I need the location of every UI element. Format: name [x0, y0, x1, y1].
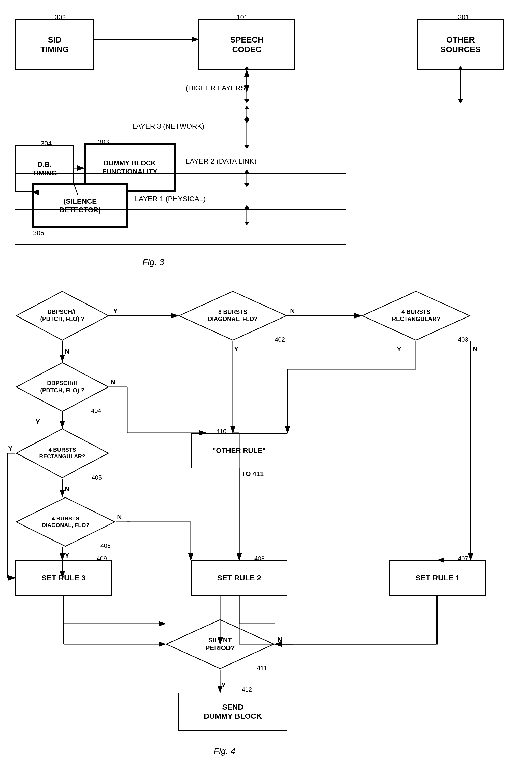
- send-dummy-box: SEND DUMMY BLOCK: [178, 693, 287, 731]
- svg-text:N: N: [473, 345, 478, 353]
- svg-text:N: N: [65, 348, 70, 355]
- fig3-caption: Fig. 3: [142, 257, 164, 267]
- svg-text:N: N: [277, 636, 282, 643]
- sid-timing-box: SID TIMING: [15, 19, 94, 70]
- bottom-line: [15, 244, 346, 245]
- speech-codec-box: SPEECH CODEC: [198, 19, 295, 70]
- set-rule2-box: SET RULE 2: [191, 560, 287, 596]
- other-sources-box: OTHER SOURCES: [417, 19, 504, 70]
- dbpsch-f-diamond: DBPSCH/F(PDTCH, FLO) ?: [15, 290, 109, 341]
- svg-text:Y: Y: [8, 445, 12, 452]
- svg-text:Y: Y: [234, 345, 238, 353]
- bursts-4-rect-left-diamond: 4 BURSTSRECTANGULAR?: [15, 428, 109, 479]
- ref-410: 410: [216, 428, 226, 435]
- svg-text:TO 411: TO 411: [242, 470, 264, 478]
- bursts-4-diag-diamond: 4 BURSTSDIAGONAL, FLO?: [15, 497, 116, 547]
- ref-403: 403: [458, 336, 468, 343]
- layer3-line: [15, 120, 346, 120]
- ref-305: 305: [33, 229, 44, 237]
- ref-303: 303: [98, 138, 109, 146]
- svg-text:Y: Y: [113, 307, 118, 315]
- svg-marker-26: [244, 183, 249, 187]
- svg-marker-22: [244, 116, 249, 120]
- ref-412: 412: [242, 686, 252, 693]
- set-rule1-box: SET RULE 1: [389, 560, 486, 596]
- svg-marker-14: [244, 99, 249, 103]
- ref-302: 302: [55, 13, 66, 21]
- dbpsch-h-diamond: DBPSCH/H(PDTCH, FLO) ?: [15, 361, 109, 413]
- svg-text:Y: Y: [397, 345, 401, 353]
- ref-304: 304: [41, 139, 52, 147]
- bursts-4-rect-top-diamond: 4 BURSTSRECTANGULAR?: [361, 290, 471, 341]
- ref-404: 404: [91, 408, 101, 415]
- other-rule-box: "OTHER RULE": [191, 433, 287, 469]
- svg-marker-17: [458, 99, 463, 103]
- silence-detector-box: (SILENCE DETECTOR): [32, 183, 128, 228]
- higher-layers-label: (HIGHER LAYERS): [186, 84, 248, 92]
- svg-text:Y: Y: [65, 552, 69, 559]
- layer2-label: LAYER 2 (DATA LINK): [186, 157, 257, 165]
- silent-period-diamond: SILENTPERIOD?: [165, 619, 275, 670]
- layer1-label: LAYER 1 (PHYSICAL): [135, 195, 206, 203]
- ref-402: 402: [275, 336, 285, 343]
- set-rule3-box: SET RULE 3: [15, 560, 112, 596]
- svg-marker-19: [244, 106, 249, 109]
- bursts-8-diag-diamond: 8 BURSTSDIAGONAL, FLO?: [178, 290, 287, 341]
- svg-marker-25: [244, 169, 249, 173]
- svg-marker-23: [244, 145, 249, 149]
- ref-411: 411: [257, 665, 267, 672]
- ref-406: 406: [100, 542, 111, 550]
- svg-text:Y: Y: [221, 681, 226, 689]
- ref-409: 409: [97, 555, 107, 562]
- layer1-line: [15, 209, 346, 209]
- svg-text:N: N: [117, 513, 122, 521]
- ref-405: 405: [92, 474, 102, 481]
- fig4-caption: Fig. 4: [214, 746, 235, 756]
- svg-marker-28: [244, 205, 249, 209]
- layer2-line: [15, 173, 346, 174]
- svg-text:N: N: [65, 485, 70, 493]
- ref-301: 301: [458, 13, 469, 21]
- svg-marker-29: [244, 221, 249, 225]
- layer3-label: LAYER 3 (NETWORK): [132, 122, 204, 130]
- ref-407: 407: [458, 555, 468, 562]
- ref-408: 408: [254, 555, 265, 562]
- diagram-container: SID TIMING 302 SPEECH CODEC 101 OTHER SO…: [0, 0, 532, 775]
- svg-text:N: N: [290, 307, 295, 315]
- svg-text:N: N: [111, 378, 116, 386]
- svg-text:Y: Y: [36, 418, 40, 426]
- ref-101: 101: [237, 13, 248, 21]
